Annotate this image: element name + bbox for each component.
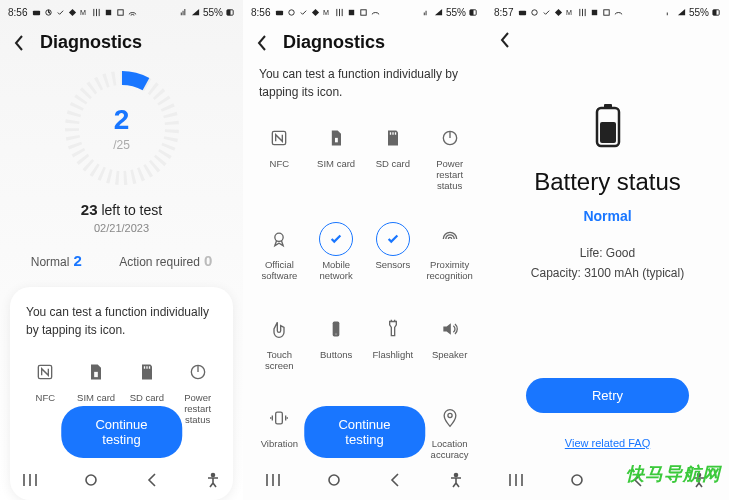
svg-rect-22 — [334, 137, 338, 143]
test-buttons[interactable]: Buttons — [310, 306, 363, 378]
svg-rect-38 — [604, 9, 609, 14]
test-official-software[interactable]: Official software — [253, 216, 306, 288]
power-restart-status-icon — [440, 128, 460, 148]
vibration-icon — [269, 408, 289, 428]
speaker-icon — [440, 319, 460, 339]
test-nfc[interactable]: NFC — [253, 115, 306, 198]
test-proximity-recognition[interactable]: Proximity recognition — [423, 216, 476, 288]
svg-point-31 — [448, 414, 452, 418]
svg-rect-17 — [349, 9, 354, 14]
status-time: 8:56 — [8, 7, 27, 18]
location-accuracy-icon — [440, 408, 460, 428]
accessibility-button[interactable] — [205, 472, 221, 488]
back-nav-button[interactable] — [387, 472, 403, 488]
svg-rect-4 — [118, 9, 123, 14]
page-title: Diagnostics — [40, 32, 142, 53]
home-button[interactable] — [83, 472, 99, 488]
svg-rect-3 — [106, 9, 111, 14]
test-touch-screen[interactable]: Touch screen — [253, 306, 306, 378]
touch-screen-icon — [269, 319, 289, 339]
official-software-icon — [269, 229, 289, 249]
test-date: 02/21/2023 — [0, 222, 243, 234]
status-time: 8:56 — [251, 7, 270, 18]
svg-rect-37 — [592, 9, 597, 14]
test-sensors[interactable]: Sensors — [367, 216, 420, 288]
retry-button[interactable]: Retry — [526, 378, 689, 413]
left-to-test: 23 left to test — [0, 201, 243, 218]
home-button[interactable] — [326, 472, 342, 488]
svg-point-32 — [329, 475, 339, 485]
test-location-accuracy[interactable]: Location accuracy — [423, 395, 476, 467]
intro-text: You can test a function individually by … — [253, 65, 476, 109]
back-button[interactable] — [257, 35, 267, 51]
watermark: 快马导航网 — [626, 462, 721, 486]
svg-point-13 — [211, 474, 214, 477]
action-required-count: Action required0 — [119, 252, 212, 269]
svg-rect-10 — [94, 371, 99, 378]
recents-button[interactable] — [22, 472, 38, 488]
test-sim-card[interactable]: SIM card — [310, 115, 363, 198]
normal-count: Normal2 — [31, 252, 82, 269]
svg-point-44 — [572, 475, 582, 485]
recents-button[interactable] — [508, 472, 524, 488]
sim-icon — [86, 362, 106, 382]
accessibility-button[interactable] — [448, 472, 464, 488]
power-icon — [188, 362, 208, 382]
back-nav-button[interactable] — [144, 472, 160, 488]
continue-testing-button[interactable]: Continue testing — [61, 406, 183, 458]
svg-rect-18 — [361, 9, 366, 14]
status-bar: 8:57 M 55% — [486, 0, 729, 22]
svg-point-33 — [454, 474, 457, 477]
nav-bar — [0, 466, 243, 494]
svg-text:M: M — [566, 8, 572, 17]
sd-card-icon — [383, 128, 403, 148]
battery-capacity: Capacity: 3100 mAh (typical) — [531, 266, 684, 280]
svg-point-12 — [86, 475, 96, 485]
svg-point-26 — [335, 332, 338, 335]
page-title: Diagnostics — [283, 32, 385, 53]
status-bar: 8:56 M 55% — [0, 0, 243, 22]
svg-rect-43 — [600, 122, 616, 143]
buttons-icon — [326, 319, 346, 339]
test-vibration[interactable]: Vibration — [253, 395, 306, 467]
test-mobile-network[interactable]: Mobile network — [310, 216, 363, 288]
svg-rect-0 — [33, 10, 40, 15]
svg-point-24 — [275, 233, 283, 241]
nav-bar — [243, 466, 486, 494]
battery-life: Life: Good — [580, 246, 635, 260]
svg-text:M: M — [323, 8, 329, 17]
status-bar: 8:56 M 55% — [243, 0, 486, 22]
svg-rect-27 — [276, 413, 283, 425]
progress-done: 2 — [114, 104, 130, 136]
svg-point-35 — [532, 9, 537, 14]
test-power-restart-status[interactable]: Power restart status — [423, 115, 476, 198]
test-sd-card[interactable]: SD card — [367, 115, 420, 198]
recents-button[interactable] — [265, 472, 281, 488]
battery-status-title: Battery status — [534, 168, 681, 196]
home-button[interactable] — [569, 472, 585, 488]
continue-testing-button[interactable]: Continue testing — [304, 406, 426, 458]
nfc-icon — [35, 362, 55, 382]
back-button[interactable] — [500, 32, 510, 48]
card-intro: You can test a function individually by … — [22, 303, 221, 339]
sim-card-icon — [326, 128, 346, 148]
check-icon — [319, 222, 353, 256]
svg-rect-14 — [276, 10, 283, 15]
test-flashlight[interactable]: Flashlight — [367, 306, 420, 378]
proximity-recognition-icon — [440, 229, 460, 249]
status-time: 8:57 — [494, 7, 513, 18]
svg-rect-6 — [227, 9, 231, 14]
svg-text:M: M — [80, 8, 86, 17]
view-faq-link[interactable]: View related FAQ — [565, 437, 650, 449]
svg-rect-40 — [713, 9, 717, 14]
battery-icon — [593, 104, 623, 148]
svg-rect-20 — [470, 9, 474, 14]
check-icon — [376, 222, 410, 256]
back-button[interactable] — [14, 35, 24, 51]
progress-ring: 2 /25 — [63, 69, 181, 187]
sd-icon — [137, 362, 157, 382]
flashlight-icon — [383, 319, 403, 339]
test-speaker[interactable]: Speaker — [423, 306, 476, 378]
svg-rect-34 — [519, 10, 526, 15]
nfc-icon — [269, 128, 289, 148]
